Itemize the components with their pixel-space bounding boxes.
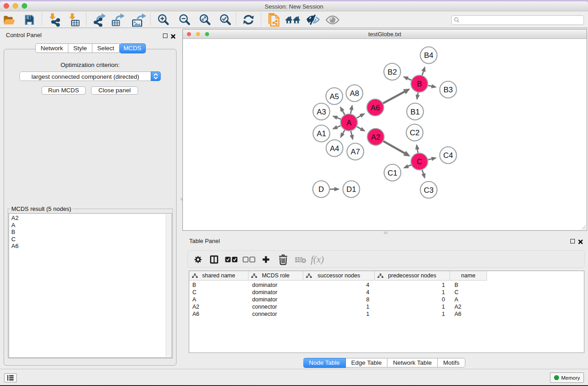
- svg-text:B2: B2: [387, 68, 397, 76]
- svg-text:C: C: [416, 157, 422, 166]
- svg-text:D1: D1: [346, 185, 356, 194]
- svg-text:C3: C3: [424, 186, 433, 195]
- svg-text:C2: C2: [410, 129, 419, 137]
- svg-text:A1: A1: [317, 129, 326, 138]
- svg-text:B4: B4: [424, 51, 434, 60]
- svg-text:A5: A5: [330, 92, 339, 101]
- svg-text:A2: A2: [371, 133, 381, 142]
- svg-text:A3: A3: [317, 108, 326, 116]
- svg-text:A: A: [346, 119, 352, 127]
- svg-text:A6: A6: [371, 104, 380, 112]
- svg-text:C1: C1: [387, 169, 397, 177]
- svg-text:B1: B1: [411, 108, 420, 116]
- svg-text:D: D: [318, 185, 324, 194]
- svg-text:A7: A7: [351, 148, 360, 156]
- svg-text:A8: A8: [350, 89, 359, 98]
- svg-text:A4: A4: [330, 144, 339, 153]
- svg-text:C4: C4: [443, 151, 453, 160]
- svg-text:B3: B3: [444, 86, 453, 94]
- svg-text:B: B: [417, 80, 422, 88]
